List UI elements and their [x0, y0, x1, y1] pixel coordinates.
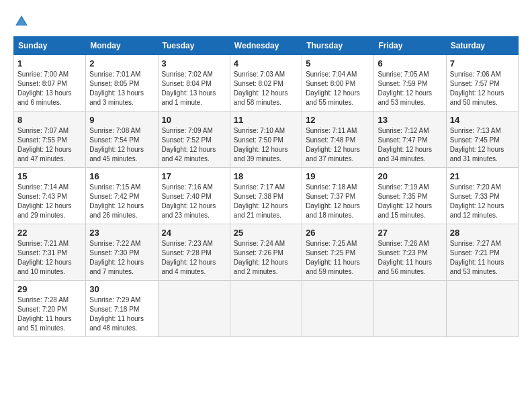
day-number: 5 — [306, 58, 370, 68]
day-number: 12 — [306, 115, 370, 125]
day-number: 29 — [17, 284, 82, 294]
day-info: Sunrise: 7:15 AMSunset: 7:42 PMDaylight:… — [89, 183, 154, 220]
day-number: 2 — [89, 58, 154, 68]
calendar-day-cell: 5Sunrise: 7:04 AMSunset: 8:00 PMDaylight… — [302, 55, 374, 111]
day-info: Sunrise: 7:17 AMSunset: 7:38 PMDaylight:… — [234, 183, 298, 220]
day-number: 14 — [450, 115, 515, 125]
calendar-day-cell: 3Sunrise: 7:02 AMSunset: 8:04 PMDaylight… — [158, 55, 230, 111]
page-header — [13, 13, 519, 30]
calendar-day-cell: 10Sunrise: 7:09 AMSunset: 7:52 PMDayligh… — [158, 111, 230, 168]
day-number: 19 — [306, 171, 370, 181]
weekday-header: Thursday — [302, 37, 374, 55]
calendar-week-row: 15Sunrise: 7:14 AMSunset: 7:43 PMDayligh… — [14, 168, 519, 224]
day-number: 1 — [17, 58, 82, 68]
day-number: 7 — [450, 58, 515, 68]
calendar-day-cell: 13Sunrise: 7:12 AMSunset: 7:47 PMDayligh… — [374, 111, 446, 168]
day-number: 10 — [162, 115, 226, 125]
day-info: Sunrise: 7:07 AMSunset: 7:55 PMDaylight:… — [17, 126, 82, 164]
day-info: Sunrise: 7:19 AMSunset: 7:35 PMDaylight:… — [378, 183, 442, 220]
day-number: 30 — [89, 284, 154, 294]
weekday-header: Saturday — [446, 37, 518, 55]
calendar-table: SundayMondayTuesdayWednesdayThursdayFrid… — [13, 36, 519, 337]
calendar-week-row: 29Sunrise: 7:28 AMSunset: 7:20 PMDayligh… — [14, 281, 519, 337]
day-info: Sunrise: 7:03 AMSunset: 8:02 PMDaylight:… — [234, 70, 298, 107]
day-info: Sunrise: 7:08 AMSunset: 7:54 PMDaylight:… — [89, 126, 154, 164]
calendar-day-cell: 27Sunrise: 7:26 AMSunset: 7:23 PMDayligh… — [374, 224, 446, 281]
calendar-day-cell: 28Sunrise: 7:27 AMSunset: 7:21 PMDayligh… — [446, 224, 518, 281]
day-number: 8 — [17, 115, 82, 125]
day-number: 21 — [450, 171, 515, 181]
day-number: 4 — [234, 58, 298, 68]
calendar-day-cell: 19Sunrise: 7:18 AMSunset: 7:37 PMDayligh… — [302, 168, 374, 224]
calendar-day-cell: 29Sunrise: 7:28 AMSunset: 7:20 PMDayligh… — [14, 281, 86, 337]
calendar-day-cell: 4Sunrise: 7:03 AMSunset: 8:02 PMDaylight… — [230, 55, 302, 111]
day-number: 16 — [89, 171, 154, 181]
logo — [13, 13, 32, 30]
day-info: Sunrise: 7:10 AMSunset: 7:50 PMDaylight:… — [234, 126, 298, 164]
day-info: Sunrise: 7:20 AMSunset: 7:33 PMDaylight:… — [450, 183, 515, 220]
calendar-empty-cell — [302, 281, 374, 337]
day-info: Sunrise: 7:11 AMSunset: 7:48 PMDaylight:… — [306, 126, 370, 164]
day-info: Sunrise: 7:09 AMSunset: 7:52 PMDaylight:… — [162, 126, 226, 164]
calendar-empty-cell — [230, 281, 302, 337]
day-number: 26 — [306, 228, 370, 238]
day-number: 15 — [17, 171, 82, 181]
calendar-day-cell: 1Sunrise: 7:00 AMSunset: 8:07 PMDaylight… — [14, 55, 86, 111]
day-info: Sunrise: 7:06 AMSunset: 7:57 PMDaylight:… — [450, 70, 515, 107]
calendar-day-cell: 25Sunrise: 7:24 AMSunset: 7:26 PMDayligh… — [230, 224, 302, 281]
day-info: Sunrise: 7:02 AMSunset: 8:04 PMDaylight:… — [162, 70, 226, 107]
day-number: 18 — [234, 171, 298, 181]
day-number: 25 — [234, 228, 298, 238]
weekday-header-row: SundayMondayTuesdayWednesdayThursdayFrid… — [14, 37, 519, 55]
day-number: 3 — [162, 58, 226, 68]
weekday-header: Sunday — [14, 37, 86, 55]
calendar-week-row: 8Sunrise: 7:07 AMSunset: 7:55 PMDaylight… — [14, 111, 519, 168]
day-info: Sunrise: 7:12 AMSunset: 7:47 PMDaylight:… — [378, 126, 442, 164]
calendar-empty-cell — [374, 281, 446, 337]
day-number: 11 — [234, 115, 298, 125]
calendar-day-cell: 16Sunrise: 7:15 AMSunset: 7:42 PMDayligh… — [86, 168, 158, 224]
weekday-header: Tuesday — [158, 37, 230, 55]
day-number: 27 — [378, 228, 442, 238]
day-info: Sunrise: 7:25 AMSunset: 7:25 PMDaylight:… — [306, 239, 370, 277]
day-number: 20 — [378, 171, 442, 181]
calendar-day-cell: 8Sunrise: 7:07 AMSunset: 7:55 PMDaylight… — [14, 111, 86, 168]
calendar-empty-cell — [446, 281, 518, 337]
day-number: 17 — [162, 171, 226, 181]
calendar-day-cell: 17Sunrise: 7:16 AMSunset: 7:40 PMDayligh… — [158, 168, 230, 224]
day-info: Sunrise: 7:23 AMSunset: 7:28 PMDaylight:… — [162, 239, 226, 277]
logo-icon — [13, 13, 30, 30]
calendar-day-cell: 30Sunrise: 7:29 AMSunset: 7:18 PMDayligh… — [86, 281, 158, 337]
day-number: 6 — [378, 58, 442, 68]
day-info: Sunrise: 7:27 AMSunset: 7:21 PMDaylight:… — [450, 239, 515, 277]
day-info: Sunrise: 7:21 AMSunset: 7:31 PMDaylight:… — [17, 239, 82, 277]
day-info: Sunrise: 7:01 AMSunset: 8:05 PMDaylight:… — [89, 70, 154, 107]
calendar-day-cell: 15Sunrise: 7:14 AMSunset: 7:43 PMDayligh… — [14, 168, 86, 224]
calendar-day-cell: 20Sunrise: 7:19 AMSunset: 7:35 PMDayligh… — [374, 168, 446, 224]
day-number: 23 — [89, 228, 154, 238]
day-info: Sunrise: 7:05 AMSunset: 7:59 PMDaylight:… — [378, 70, 442, 107]
day-info: Sunrise: 7:13 AMSunset: 7:45 PMDaylight:… — [450, 126, 515, 164]
calendar-day-cell: 21Sunrise: 7:20 AMSunset: 7:33 PMDayligh… — [446, 168, 518, 224]
calendar-day-cell: 23Sunrise: 7:22 AMSunset: 7:30 PMDayligh… — [86, 224, 158, 281]
day-number: 24 — [162, 228, 226, 238]
weekday-header: Wednesday — [230, 37, 302, 55]
day-info: Sunrise: 7:14 AMSunset: 7:43 PMDaylight:… — [17, 183, 82, 220]
calendar-day-cell: 26Sunrise: 7:25 AMSunset: 7:25 PMDayligh… — [302, 224, 374, 281]
calendar-week-row: 22Sunrise: 7:21 AMSunset: 7:31 PMDayligh… — [14, 224, 519, 281]
day-number: 22 — [17, 228, 82, 238]
day-info: Sunrise: 7:18 AMSunset: 7:37 PMDaylight:… — [306, 183, 370, 220]
calendar-empty-cell — [158, 281, 230, 337]
day-number: 28 — [450, 228, 515, 238]
calendar-day-cell: 18Sunrise: 7:17 AMSunset: 7:38 PMDayligh… — [230, 168, 302, 224]
calendar-day-cell: 22Sunrise: 7:21 AMSunset: 7:31 PMDayligh… — [14, 224, 86, 281]
day-info: Sunrise: 7:04 AMSunset: 8:00 PMDaylight:… — [306, 70, 370, 107]
day-number: 9 — [89, 115, 154, 125]
day-info: Sunrise: 7:26 AMSunset: 7:23 PMDaylight:… — [378, 239, 442, 277]
calendar-day-cell: 24Sunrise: 7:23 AMSunset: 7:28 PMDayligh… — [158, 224, 230, 281]
weekday-header: Monday — [86, 37, 158, 55]
day-info: Sunrise: 7:24 AMSunset: 7:26 PMDaylight:… — [234, 239, 298, 277]
calendar-day-cell: 2Sunrise: 7:01 AMSunset: 8:05 PMDaylight… — [86, 55, 158, 111]
calendar-day-cell: 6Sunrise: 7:05 AMSunset: 7:59 PMDaylight… — [374, 55, 446, 111]
calendar-week-row: 1Sunrise: 7:00 AMSunset: 8:07 PMDaylight… — [14, 55, 519, 111]
